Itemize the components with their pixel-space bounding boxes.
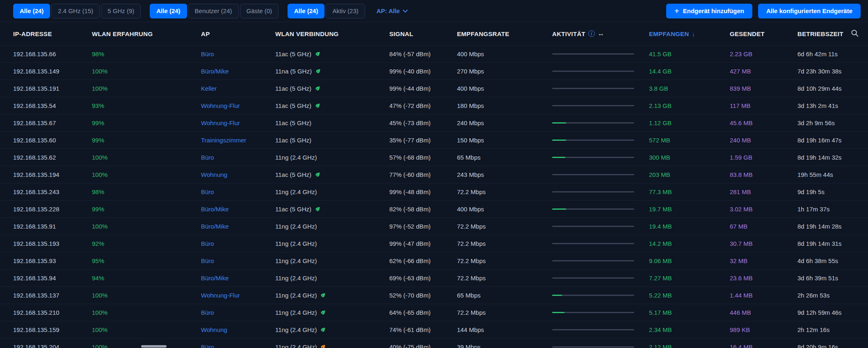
ap-link[interactable]: Büro xyxy=(201,240,275,247)
filter-button-2-4-ghz-15-[interactable]: 2.4 GHz (15) xyxy=(51,4,100,18)
ap-link[interactable]: Trainingszimmer xyxy=(201,137,275,144)
table-row[interactable]: 192.168.135.159100%Wohnung11ng (2.4 GHz)… xyxy=(0,321,868,338)
table-row[interactable]: 192.168.135.22899%Büro/Mike11ac (5 GHz)8… xyxy=(0,200,868,218)
cell-activity xyxy=(552,88,649,89)
cell-signal: 45% (-73 dBm) xyxy=(389,119,457,126)
table-row[interactable]: 192.168.135.19392%Büro11ng (2.4 GHz)99% … xyxy=(0,235,868,252)
filter-button-alle-24-[interactable]: Alle (24) xyxy=(150,4,187,18)
sort-desc-icon: ↓ xyxy=(692,30,695,37)
cell-ip: 192.168.135.67 xyxy=(13,119,92,126)
cell-ip: 192.168.135.62 xyxy=(13,154,92,161)
info-icon[interactable]: i xyxy=(588,30,595,37)
col-header-ap[interactable]: AP xyxy=(201,30,275,37)
table-row[interactable]: 192.168.135.62100%Büro11ng (2.4 GHz)57% … xyxy=(0,149,868,166)
table-row[interactable]: 192.168.135.9395%Büro11ng (2.4 GHz)62% (… xyxy=(0,252,868,269)
filter-button-benutzer-24-[interactable]: Benutzer (24) xyxy=(188,4,239,18)
cell-activity xyxy=(552,122,649,124)
table-row[interactable]: 192.168.135.24398%Büro11ng (2.4 GHz)99% … xyxy=(0,183,868,200)
ap-link[interactable]: Büro/Mike xyxy=(201,223,275,230)
cell-activity xyxy=(552,243,649,244)
cell-wlan-connection: 11ng (2.4 GHz) xyxy=(275,326,389,333)
connection-text: 11ng (2.4 GHz) xyxy=(275,343,317,348)
ap-link[interactable]: Büro/Mike xyxy=(201,275,275,282)
filter-button-g-ste-0-[interactable]: Gäste (0) xyxy=(240,4,279,18)
connection-text: 11ng (2.4 GHz) xyxy=(275,188,317,195)
ap-link[interactable]: Büro xyxy=(201,188,275,195)
configured-devices-button[interactable]: Alle konfigurierten Endgeräte xyxy=(758,4,861,18)
ap-filter-dropdown[interactable]: AP: Alle xyxy=(374,7,410,15)
ap-link[interactable]: Wohnung xyxy=(201,171,275,178)
cell-wlan-experience: 100% xyxy=(92,326,201,333)
horizontal-scrollbar-thumb[interactable] xyxy=(141,345,167,348)
table-row[interactable]: 192.168.135.9494%Büro/Mike11ng (2.4 GHz)… xyxy=(0,269,868,286)
table-row[interactable]: 192.168.135.194100%Wohnung11ac (5 GHz)77… xyxy=(0,166,868,183)
table-row[interactable]: 192.168.135.5493%Wohnung-Flur11ac (5 GHz… xyxy=(0,97,868,114)
col-header-activity[interactable]: AKTIVITÄT i ↔ xyxy=(552,30,649,37)
cell-wlan-experience: 100% xyxy=(92,292,201,299)
activity-bar xyxy=(552,226,634,227)
cell-wlan-connection: 11ac (5 GHz) xyxy=(275,50,389,57)
cell-ip: 192.168.135.60 xyxy=(13,137,92,144)
table-row[interactable]: 192.168.135.191100%Keller11ac (5 GHz)99%… xyxy=(0,80,868,97)
ap-link[interactable]: Wohnung-Flur xyxy=(201,119,275,126)
col-header-signal[interactable]: SIGNAL xyxy=(389,30,457,37)
col-header-rx-rate[interactable]: EMPFANGSRATE xyxy=(457,30,552,37)
cell-received: 14.2 MB xyxy=(649,240,730,247)
cell-activity xyxy=(552,295,649,296)
activity-bar xyxy=(552,312,634,313)
table-row[interactable]: 192.168.135.6099%Trainingszimmer11ac (5 … xyxy=(0,131,868,149)
ap-link[interactable]: Wohnung xyxy=(201,326,275,333)
filter-button-5-ghz-9-[interactable]: 5 GHz (9) xyxy=(101,4,141,18)
table-row[interactable]: 192.168.135.91100%Büro/Mike11ng (2.4 GHz… xyxy=(0,218,868,235)
connection-text: 11ng (2.4 GHz) xyxy=(275,309,317,316)
cell-rx-rate: 400 Mbps xyxy=(457,50,552,57)
cell-sent: 3.02 MB xyxy=(730,206,797,213)
connection-text: 11ng (2.4 GHz) xyxy=(275,154,317,161)
activity-bar xyxy=(552,105,634,106)
activity-bar-fill xyxy=(552,312,564,313)
table-row[interactable]: 192.168.135.137100%Wohnung-Flur11ng (2.4… xyxy=(0,286,868,304)
col-header-experience[interactable]: WLAN ERFAHRUNG xyxy=(92,30,201,37)
ap-link[interactable]: Büro xyxy=(201,50,275,57)
ap-link[interactable]: Büro xyxy=(201,309,275,316)
col-header-received[interactable]: EMPFANGEN ↓ xyxy=(649,30,730,37)
ap-link[interactable]: Büro xyxy=(201,343,275,348)
ap-link[interactable]: Büro xyxy=(201,154,275,161)
powersave-leaf-icon xyxy=(315,51,321,57)
powersave-leaf-icon xyxy=(315,85,321,92)
table-row[interactable]: 192.168.135.210100%Büro11ng (2.4 GHz)64%… xyxy=(0,304,868,321)
search-icon[interactable] xyxy=(849,27,861,40)
table-body: 192.168.135.6698%Büro11ac (5 GHz)84% (-5… xyxy=(0,45,868,348)
ap-link[interactable]: Büro xyxy=(201,257,275,264)
cell-rx-rate: 150 Mbps xyxy=(457,137,552,144)
table-row[interactable]: 192.168.135.6698%Büro11ac (5 GHz)84% (-5… xyxy=(0,45,868,62)
filter-button-alle-24-[interactable]: Alle (24) xyxy=(13,4,50,18)
col-header-connection[interactable]: WLAN VERBINDUNG xyxy=(275,30,389,37)
table-row[interactable]: 192.168.135.6799%Wohnung-Flur11ac (5 GHz… xyxy=(0,114,868,131)
cell-signal: 64% (-65 dBm) xyxy=(389,309,457,316)
ap-link[interactable]: Keller xyxy=(201,85,275,92)
filter-button-alle-24-[interactable]: Alle (24) xyxy=(288,4,324,18)
cell-wlan-experience: 95% xyxy=(92,257,201,264)
activity-bar xyxy=(552,174,634,175)
ap-link[interactable]: Wohnung-Flur xyxy=(201,102,275,109)
ap-link[interactable]: Büro/Mike xyxy=(201,206,275,213)
powersave-leaf-icon xyxy=(320,292,326,298)
filter-group-status: Alle (24)Aktiv (23) xyxy=(288,4,365,18)
cell-received: 2.34 MB xyxy=(649,326,730,333)
filter-bar: Alle (24)2.4 GHz (15)5 GHz (9)Alle (24)B… xyxy=(13,4,410,18)
cell-wlan-experience: 99% xyxy=(92,137,201,144)
activity-bar xyxy=(552,53,634,55)
cell-uptime: 2h 12m 16s xyxy=(797,326,868,333)
cell-rx-rate: 72.2 Mbps xyxy=(457,223,552,230)
cell-ip: 192.168.135.93 xyxy=(13,257,92,264)
table-row[interactable]: 192.168.135.204100%Büro11ng (2.4 GHz)40%… xyxy=(0,338,868,348)
ap-link[interactable]: Büro/Mike xyxy=(201,68,275,75)
table-row[interactable]: 192.168.135.149100%Büro/Mike11na (5 GHz)… xyxy=(0,62,868,80)
filter-button-aktiv-23-[interactable]: Aktiv (23) xyxy=(326,4,365,18)
ap-link[interactable]: Wohnung-Flur xyxy=(201,292,275,299)
col-header-ip[interactable]: IP-ADRESSE xyxy=(13,30,92,37)
cell-signal: 77% (-60 dBm) xyxy=(389,171,457,178)
col-header-sent[interactable]: GESENDET xyxy=(730,30,797,37)
add-device-button[interactable]: + Endgerät hinzufügen xyxy=(666,4,752,18)
